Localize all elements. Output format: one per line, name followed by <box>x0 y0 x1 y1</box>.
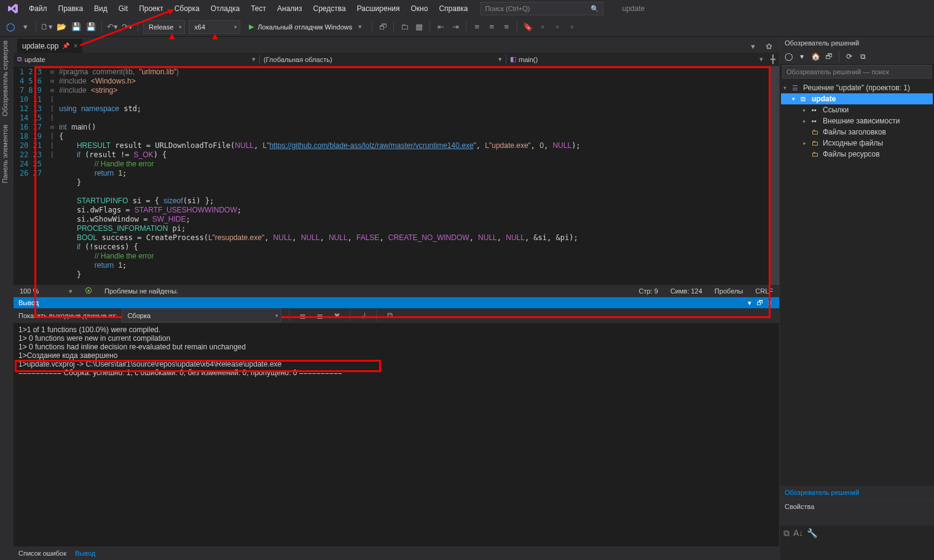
output-tool-a[interactable]: ≣ <box>296 309 309 322</box>
tool-icon-c[interactable]: ▦ <box>412 20 426 34</box>
output-body[interactable]: 1>1 of 1 functions (100.0%) were compile… <box>14 323 779 546</box>
debugger-label: Локальный отладчик Windows <box>257 23 352 31</box>
output-tool-d[interactable]: ⧉ <box>383 309 396 322</box>
menu-file[interactable]: Файл <box>23 2 53 15</box>
save-all-icon[interactable]: 💾 <box>84 20 98 34</box>
tree-refs[interactable]: ▸▪▪ Ссылки <box>781 104 933 115</box>
nav-global[interactable]: (Глобальная область) ▾ <box>260 55 506 63</box>
menu-analyze[interactable]: Анализ <box>272 2 308 15</box>
status-col: Симв: 124 <box>670 287 702 295</box>
code-area[interactable]: #pragma comment(lib, "urlmon.lib") #incl… <box>57 66 771 285</box>
status-eol[interactable]: CRLF <box>755 287 773 295</box>
status-tabs[interactable]: Пробелы <box>715 287 743 295</box>
platform-combo[interactable]: x64 <box>189 20 240 34</box>
zoom-level[interactable]: 100 % <box>20 287 57 295</box>
menu-edit[interactable]: Правка <box>53 2 89 15</box>
code-editor[interactable]: 1 2 3 4 5 6 7 8 9 10 11 12 13 14 15 16 1… <box>14 66 779 285</box>
sol-refresh-icon[interactable]: ⟳ <box>843 50 855 63</box>
output-tool-b[interactable]: ≣ <box>313 309 326 322</box>
indent-left-icon[interactable]: ⇤ <box>434 20 447 34</box>
open-icon[interactable]: 📂 <box>55 20 68 34</box>
search-icon: 🔍 <box>591 5 599 13</box>
line-gutter: 1 2 3 4 5 6 7 8 9 10 11 12 13 14 15 16 1… <box>14 66 48 285</box>
search-input[interactable]: Поиск (Ctrl+Q) 🔍 <box>481 2 603 15</box>
new-item-icon[interactable]: 🗋▾ <box>40 20 53 34</box>
nav-fwd-icon[interactable]: ▾ <box>18 20 32 34</box>
tree-resources[interactable]: 🗀 Файлы ресурсов <box>781 149 933 160</box>
solution-search[interactable]: Обозреватель решений — поиск <box>782 65 932 79</box>
search-placeholder: Поиск (Ctrl+Q) <box>485 5 591 12</box>
pin-icon[interactable]: 📌 <box>62 42 69 49</box>
menu-git[interactable]: Git <box>113 2 133 15</box>
solution-icon: ☰ <box>792 84 801 92</box>
redo-icon[interactable]: ↷▾ <box>120 20 134 34</box>
folder-icon: 🗀 <box>812 150 820 158</box>
tool-icon-a[interactable]: 🗗 <box>376 20 390 34</box>
tab-error-list[interactable]: Список ошибок <box>18 550 66 557</box>
nav-back-icon[interactable]: ◯ <box>4 20 17 34</box>
sol-sync-icon[interactable]: 🗗 <box>823 50 835 63</box>
ok-icon: ⦿ <box>85 287 92 295</box>
tree-project[interactable]: ▾⧉ update <box>781 93 933 104</box>
start-debug-button[interactable]: ▶ Локальный отладчик Windows ▾ <box>243 20 368 34</box>
menu-window[interactable]: Окно <box>405 2 433 15</box>
output-source-combo[interactable]: Сборка <box>122 309 281 322</box>
menu-ext[interactable]: Расширения <box>351 2 406 15</box>
format-icon[interactable]: ≡ <box>500 20 513 34</box>
comment-icon[interactable]: ≡ <box>470 20 484 34</box>
fold-gutter[interactable]: ⊟ ⊟ ⊟ │ │ │ ⊟ │ │ │ <box>48 66 57 285</box>
menu-test[interactable]: Тест <box>245 2 272 15</box>
tool-icon-d1[interactable]: ▫ <box>536 20 549 34</box>
sol-showall-icon[interactable]: ⧉ <box>857 50 869 63</box>
solution-tree[interactable]: ▾☰ Решение "update" (проектов: 1) ▾⧉ upd… <box>780 80 934 486</box>
tab-output[interactable]: Вывод <box>75 550 95 557</box>
solution-bottom-tab[interactable]: Обозреватель решений <box>780 486 934 499</box>
sol-fwd-icon[interactable]: ▾ <box>796 50 808 63</box>
tab-update-cpp[interactable]: update.cpp 📌 × <box>17 38 82 53</box>
nav-scope[interactable]: ⧉ update ▾ <box>14 55 259 63</box>
folder-icon: 🗀 <box>812 139 820 147</box>
props-wrench-icon[interactable]: 🔧 <box>807 528 817 558</box>
save-icon[interactable]: 💾 <box>69 20 83 34</box>
sol-back-icon[interactable]: ◯ <box>782 50 795 63</box>
bookmark-icon[interactable]: 🔖 <box>521 20 535 34</box>
tree-headers[interactable]: 🗀 Файлы заголовков <box>781 126 933 138</box>
tab-label: update.cpp <box>22 42 58 50</box>
solution-title: Обозреватель решений <box>780 37 934 49</box>
server-explorer-tab[interactable]: Обозреватель серверов <box>1 41 12 116</box>
menu-build[interactable]: Сборка <box>169 2 205 15</box>
output-dropdown-icon[interactable]: ▾ <box>745 299 754 307</box>
tree-solution[interactable]: ▾☰ Решение "update" (проектов: 1) <box>781 82 933 93</box>
config-combo[interactable]: Release <box>143 20 185 34</box>
close-icon[interactable]: × <box>73 42 77 50</box>
menu-project[interactable]: Проект <box>133 2 169 15</box>
tool-icon-b[interactable]: 🗀 <box>398 20 411 34</box>
undo-icon[interactable]: ↶▾ <box>106 20 119 34</box>
indent-right-icon[interactable]: ⇥ <box>449 20 462 34</box>
tool-icon-d2[interactable]: ▫ <box>551 20 564 34</box>
toolbox-tab[interactable]: Панель элементов <box>1 125 12 184</box>
sol-home-icon[interactable]: 🏠 <box>809 50 822 63</box>
output-pin-icon[interactable]: 🗗 <box>754 299 766 306</box>
tree-sources[interactable]: ▸🗀 Исходные файлы <box>781 138 933 149</box>
menu-debug[interactable]: Отладка <box>205 2 245 15</box>
output-title: Вывод <box>18 299 39 306</box>
uncomment-icon[interactable]: ≡ <box>485 20 498 34</box>
menu-view[interactable]: Вид <box>88 2 113 15</box>
editor-scrollbar[interactable] <box>771 66 779 285</box>
menu-tools[interactable]: Средства <box>308 2 351 15</box>
menu-help[interactable]: Справка <box>433 2 473 15</box>
props-az-icon[interactable]: A↓ <box>793 528 803 558</box>
solution-toolbar: ◯ ▾ 🏠 🗗 ⟳ ⧉ <box>780 49 934 64</box>
tree-ext[interactable]: ▸▪▪ Внешние зависимости <box>781 115 933 126</box>
output-wrap-icon[interactable]: ↲ <box>356 309 370 322</box>
output-tool-c[interactable]: ✖ <box>330 309 343 322</box>
tool-icon-d3[interactable]: ▫ <box>565 20 579 34</box>
props-cat-icon[interactable]: ⧉ <box>783 528 790 558</box>
output-close-icon[interactable]: × <box>766 299 774 306</box>
doc-split-icon[interactable]: ▾ <box>746 39 759 53</box>
title-button[interactable]: update <box>616 3 651 14</box>
doc-settings-icon[interactable]: ✿ <box>762 39 775 53</box>
nav-plus-icon[interactable]: ╋ <box>767 53 779 66</box>
nav-func[interactable]: ◧ main() ▾ <box>506 55 767 63</box>
